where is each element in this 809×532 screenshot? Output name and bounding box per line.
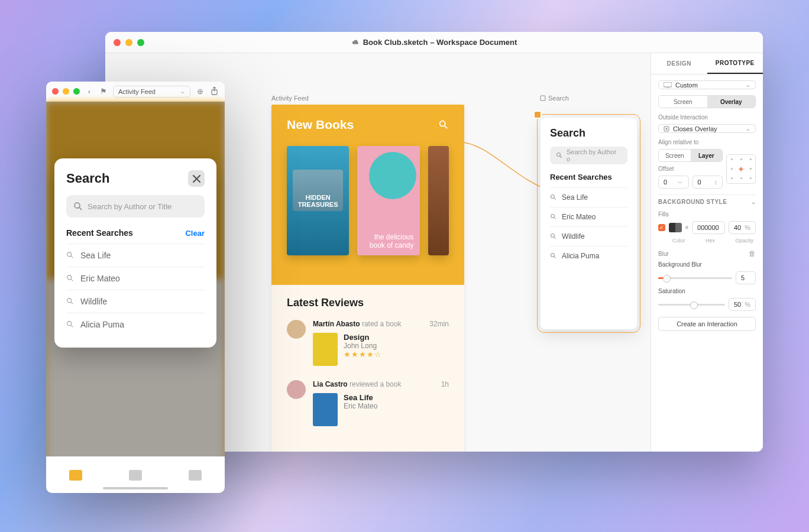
chevron-updown-icon: ⌄ [745, 125, 750, 132]
search-icon[interactable] [438, 119, 449, 130]
preview-window: ‹ ⚑ Activity Feed ⌄ ⊕ Search Search by A… [46, 82, 225, 493]
align-label: Align relative to [658, 139, 756, 145]
close-button[interactable] [188, 170, 205, 187]
align-segment[interactable]: Screen Layer [658, 149, 723, 162]
tab-design[interactable]: DESIGN [651, 53, 707, 74]
blur-slider[interactable] [658, 277, 732, 279]
svg-point-7 [551, 215, 555, 218]
saturation-slider[interactable] [658, 304, 725, 306]
screen-type-select[interactable]: Custom ⌄ [658, 80, 756, 89]
recent-item[interactable]: Sea Life [550, 187, 627, 207]
avatar [287, 320, 306, 339]
artboard-select[interactable]: Activity Feed ⌄ [113, 86, 190, 98]
review-time: 1h [441, 380, 449, 388]
anchor-center[interactable]: + [739, 164, 743, 174]
bg-style-label: BACKGROUND STYLE [658, 199, 727, 205]
seg-align-screen[interactable]: Screen [659, 150, 691, 161]
window-title-text: Book Club.sketch – Workspace Document [363, 38, 517, 47]
book-cover[interactable] [428, 146, 449, 255]
seg-screen[interactable]: Screen [659, 96, 707, 108]
search-icon [550, 194, 557, 201]
saturation-label: Saturation [658, 288, 756, 294]
create-interaction-button[interactable]: Create an Interaction [658, 317, 756, 331]
recent-item[interactable]: Alicia Puma [550, 246, 627, 265]
saturation-value-field[interactable]: 50% [729, 298, 756, 311]
svg-line-12 [554, 257, 556, 258]
search-icon [550, 233, 557, 240]
tab-library[interactable] [129, 470, 142, 481]
minimize-light[interactable] [63, 88, 69, 95]
chevron-updown-icon: ⌄ [180, 87, 185, 95]
artboard-label-search[interactable]: Search [540, 95, 569, 102]
svg-line-31 [71, 325, 73, 327]
recent-item[interactable]: Sea Life [66, 244, 205, 267]
book-cover[interactable]: the delicious book of candy [357, 146, 419, 255]
chevron-down-icon[interactable]: ⌄ [751, 199, 756, 205]
add-button[interactable]: ⊕ [195, 87, 205, 96]
recent-item[interactable]: Eric Mateo [550, 207, 627, 226]
svg-point-30 [67, 322, 72, 326]
close-light[interactable] [52, 88, 59, 95]
feed-hero-title: New Books [287, 118, 354, 132]
fills-label: Fills [658, 211, 756, 218]
flag-icon[interactable]: ⚑ [99, 87, 108, 96]
anchor-grid[interactable]: + [726, 154, 756, 184]
vertical-icon: ↕ [714, 179, 718, 186]
search-field[interactable]: Search by Author or Title [66, 195, 205, 218]
titlebar: Book Club.sketch – Workspace Document [105, 32, 763, 53]
recent-item[interactable]: Wildlife [550, 226, 627, 246]
offset-label: Offset [658, 166, 723, 172]
book-thumb [313, 333, 338, 366]
overlay-title: Search [550, 127, 627, 140]
search-overlay: Search Search by Author or Title Recent … [54, 158, 216, 348]
recent-item[interactable]: Eric Mateo [66, 267, 205, 290]
svg-point-11 [551, 254, 555, 257]
clear-button[interactable]: Clear [185, 229, 205, 238]
artboard-search-overlay[interactable]: Search Search by Author o Recent Searche… [540, 117, 638, 330]
svg-point-22 [75, 203, 80, 208]
monitor-icon [664, 82, 672, 88]
back-button[interactable]: ‹ [85, 87, 94, 96]
zoom-light[interactable] [73, 88, 80, 95]
prototype-hotspot[interactable] [533, 111, 542, 119]
svg-point-5 [551, 195, 555, 199]
book-cover[interactable]: HIDDEN TREASURES [287, 146, 349, 255]
search-field[interactable]: Search by Author o [550, 147, 627, 164]
window-title: Book Club.sketch – Workspace Document [105, 38, 763, 47]
svg-point-3 [556, 153, 560, 157]
seg-overlay[interactable]: Overlay [707, 96, 756, 108]
chevron-updown-icon: ⌄ [745, 81, 750, 89]
svg-line-2 [445, 126, 448, 129]
tab-stats[interactable] [189, 470, 202, 481]
fill-hex-field[interactable]: 000000 [692, 221, 725, 234]
search-icon [66, 320, 75, 329]
tab-prototype[interactable]: PROTOTYPE [707, 53, 763, 74]
book-row: HIDDEN TREASURES the delicious book of c… [287, 146, 449, 255]
fill-opacity-field[interactable]: 40% [729, 221, 756, 234]
artboard-activity-feed[interactable]: New Books HIDDEN TREASURES the delicious… [271, 105, 464, 452]
review-item[interactable]: Martín Abasto rated a book 32min Design … [287, 320, 449, 366]
review-item[interactable]: Lia Castro reviewed a book 1h Sea Life E… [287, 380, 449, 426]
svg-point-28 [67, 299, 72, 303]
blur-value-field[interactable]: 5 [736, 271, 756, 284]
share-icon[interactable] [209, 87, 219, 96]
trash-icon[interactable]: 🗑 [749, 249, 756, 258]
screen-overlay-segment[interactable]: Screen Overlay [658, 95, 756, 108]
offset-x-field[interactable]: 0↔ [658, 176, 689, 189]
blur-type: Background Blur [658, 261, 756, 268]
seg-align-layer[interactable]: Layer [691, 150, 723, 161]
fill-enabled-checkbox[interactable]: ✓ [658, 224, 665, 231]
recent-item[interactable]: Alicia Puma [66, 313, 205, 336]
overlay-title: Search [66, 171, 109, 186]
hex-prefix: # [685, 225, 688, 231]
outside-interaction-select[interactable]: Closes Overlay ⌄ [658, 124, 756, 133]
recent-item[interactable]: Wildlife [66, 290, 205, 313]
svg-point-26 [67, 275, 72, 280]
outside-interaction-label: Outside Interaction [658, 114, 756, 121]
svg-rect-13 [664, 82, 672, 87]
search-icon [556, 152, 563, 159]
artboard-label-feed[interactable]: Activity Feed [271, 95, 309, 102]
offset-y-field[interactable]: 0↕ [692, 176, 723, 189]
fill-swatch[interactable] [669, 223, 682, 232]
tab-home[interactable] [69, 470, 82, 481]
